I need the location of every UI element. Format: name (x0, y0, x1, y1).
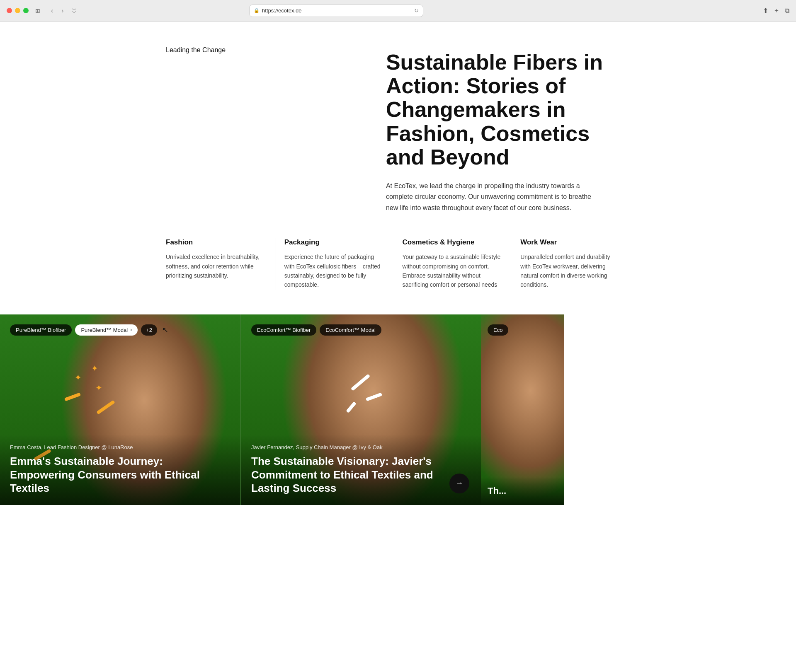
card-emma[interactable]: ✦ ✦ ✦ PureBlend™ Biofiber PureBlend™ Mod… (0, 314, 240, 505)
tabs-button[interactable]: ⧉ (785, 6, 789, 15)
category-fashion: Fashion Unrivaled excellence in breathab… (166, 238, 276, 290)
tag-ecocomfort-biofiber[interactable]: EcoComfort™ Biofiber (251, 324, 316, 336)
address-bar[interactable]: 🔒 https://ecotex.de ↻ (249, 5, 423, 17)
shield-icon: 🛡 (71, 7, 77, 14)
lock-icon: 🔒 (254, 8, 260, 13)
chevron-right-icon: › (130, 327, 132, 333)
forward-button[interactable]: › (59, 6, 66, 15)
card-partial[interactable]: Eco Th... (481, 314, 564, 505)
card-javier[interactable]: EcoComfort™ Biofiber EcoComfort™ Modal J… (240, 314, 481, 505)
card-javier-title: The Sustainable Visionary: Javier's Comm… (251, 454, 471, 495)
tag-count[interactable]: +2 (141, 324, 157, 336)
category-workwear-name: Work Wear (520, 238, 622, 247)
tab-grid-button[interactable]: ⊞ (35, 7, 40, 14)
category-fashion-desc: Unrivaled excellence in breathability, s… (166, 252, 267, 280)
share-button[interactable]: ⬆ (763, 6, 768, 15)
url-text: https://ecotex.de (262, 7, 412, 14)
hero-right: Sustainable Fibers in Action: Stories of… (386, 46, 630, 213)
browser-chrome: ⊞ ‹ › 🛡 🔒 https://ecotex.de ↻ ⬆ ＋ ⧉ (0, 0, 796, 22)
card-javier-overlay: Javier Fernandez, Supply Chain Manager @… (241, 434, 481, 505)
tag-ecocomfort-modal[interactable]: EcoComfort™ Modal (320, 324, 381, 336)
card-emma-author: Emma Costa, Lead Fashion Designer @ Luna… (10, 444, 231, 450)
category-workwear-desc: Unparalleled comfort and durability with… (520, 252, 622, 290)
minimize-button[interactable] (15, 8, 20, 13)
browser-tabs: ⊞ (35, 7, 40, 14)
category-packaging-desc: Experience the future of packaging with … (284, 252, 386, 290)
categories-section: Fashion Unrivaled excellence in breathab… (149, 238, 647, 314)
card-javier-author: Javier Fernandez, Supply Chain Manager @… (251, 444, 471, 450)
cursor-pointer: ↖ (162, 325, 168, 334)
category-cosmetics-name: Cosmetics & Hygiene (403, 238, 504, 247)
page: Leading the Change Sustainable Fibers in… (0, 22, 796, 505)
back-button[interactable]: ‹ (49, 6, 56, 15)
hero-left: Leading the Change (166, 46, 369, 213)
tag-pureblend-modal[interactable]: PureBlend™ Modal › (75, 324, 138, 336)
category-packaging: Packaging Experience the future of packa… (284, 238, 394, 290)
hero-description: At EcoTex, we lead the charge in propell… (386, 181, 602, 213)
card-emma-overlay: Emma Costa, Lead Fashion Designer @ Luna… (0, 434, 240, 505)
partial-title: Th... (488, 485, 557, 497)
tag-pureblend-biofiber[interactable]: PureBlend™ Biofiber (10, 324, 72, 336)
next-card-button[interactable]: → (449, 474, 469, 493)
hero-section: Leading the Change Sustainable Fibers in… (149, 22, 647, 238)
maximize-button[interactable] (23, 8, 29, 13)
category-packaging-name: Packaging (284, 238, 386, 247)
traffic-lights (7, 8, 29, 13)
tag-eco-partial[interactable]: Eco (488, 324, 508, 336)
browser-actions: ⬆ ＋ ⧉ (763, 6, 789, 15)
browser-nav: ‹ › (49, 6, 66, 15)
hero-title: Sustainable Fibers in Action: Stories of… (386, 51, 630, 169)
category-cosmetics: Cosmetics & Hygiene Your gateway to a su… (403, 238, 512, 290)
card-emma-tags: PureBlend™ Biofiber PureBlend™ Modal › +… (10, 324, 168, 336)
card-emma-title: Emma's Sustainable Journey: Empowering C… (10, 454, 231, 495)
new-tab-button[interactable]: ＋ (773, 6, 780, 15)
category-fashion-name: Fashion (166, 238, 267, 247)
leading-change-label: Leading the Change (166, 46, 369, 54)
category-cosmetics-desc: Your gateway to a sustainable lifestyle … (403, 252, 504, 290)
category-workwear: Work Wear Unparalleled comfort and durab… (520, 238, 630, 290)
close-button[interactable] (7, 8, 12, 13)
partial-tags: Eco (488, 324, 508, 336)
partial-person-background (481, 314, 564, 505)
cards-section: ✦ ✦ ✦ PureBlend™ Biofiber PureBlend™ Mod… (0, 314, 796, 505)
partial-overlay: Th... (481, 477, 564, 505)
reload-button[interactable]: ↻ (414, 7, 419, 14)
card-javier-tags: EcoComfort™ Biofiber EcoComfort™ Modal (251, 324, 381, 336)
